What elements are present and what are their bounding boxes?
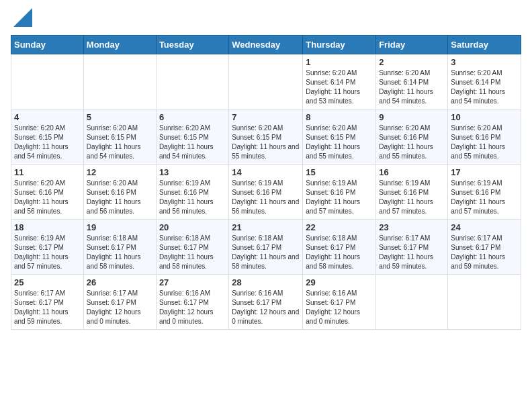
calendar-cell: 1Sunrise: 6:20 AMSunset: 6:14 PMDaylight… — [303, 54, 376, 109]
day-number: 1 — [306, 57, 373, 67]
calendar-cell: 2Sunrise: 6:20 AMSunset: 6:14 PMDaylight… — [376, 54, 448, 109]
day-number: 11 — [14, 167, 81, 177]
calendar-week-row: 11Sunrise: 6:20 AMSunset: 6:16 PMDayligh… — [11, 165, 521, 220]
day-info: Sunrise: 6:17 AMSunset: 6:17 PMDaylight:… — [379, 234, 445, 271]
calendar-table: SundayMondayTuesdayWednesdayThursdayFrid… — [11, 35, 521, 330]
day-info: Sunrise: 6:18 AMSunset: 6:17 PMDaylight:… — [306, 234, 373, 271]
calendar-cell: 11Sunrise: 6:20 AMSunset: 6:16 PMDayligh… — [11, 165, 84, 220]
svg-marker-0 — [13, 8, 32, 27]
column-header-monday: Monday — [83, 36, 156, 54]
calendar-cell — [11, 54, 84, 109]
column-header-tuesday: Tuesday — [156, 36, 228, 54]
calendar-cell: 6Sunrise: 6:20 AMSunset: 6:15 PMDaylight… — [156, 109, 228, 165]
day-number: 4 — [14, 112, 81, 122]
calendar-cell: 7Sunrise: 6:20 AMSunset: 6:15 PMDaylight… — [229, 109, 303, 165]
day-number: 19 — [87, 222, 153, 232]
calendar-cell: 16Sunrise: 6:19 AMSunset: 6:16 PMDayligh… — [376, 165, 448, 220]
logo — [11, 11, 32, 27]
day-info: Sunrise: 6:19 AMSunset: 6:16 PMDaylight:… — [159, 179, 226, 216]
calendar-week-row: 4Sunrise: 6:20 AMSunset: 6:15 PMDaylight… — [11, 109, 521, 165]
calendar-cell: 26Sunrise: 6:17 AMSunset: 6:17 PMDayligh… — [83, 275, 156, 330]
day-info: Sunrise: 6:17 AMSunset: 6:17 PMDaylight:… — [451, 234, 518, 271]
day-info: Sunrise: 6:19 AMSunset: 6:16 PMDaylight:… — [451, 179, 518, 216]
calendar-cell — [83, 54, 156, 109]
day-info: Sunrise: 6:16 AMSunset: 6:17 PMDaylight:… — [159, 289, 226, 326]
day-number: 26 — [87, 277, 153, 287]
day-info: Sunrise: 6:18 AMSunset: 6:17 PMDaylight:… — [159, 234, 226, 271]
page-header — [11, 11, 521, 27]
day-number: 25 — [14, 277, 81, 287]
day-info: Sunrise: 6:19 AMSunset: 6:17 PMDaylight:… — [14, 234, 81, 271]
day-info: Sunrise: 6:20 AMSunset: 6:14 PMDaylight:… — [451, 68, 518, 106]
day-info: Sunrise: 6:20 AMSunset: 6:14 PMDaylight:… — [306, 68, 373, 106]
calendar-header-row: SundayMondayTuesdayWednesdayThursdayFrid… — [11, 36, 521, 54]
day-number: 20 — [159, 222, 226, 232]
day-number: 12 — [87, 167, 153, 177]
day-info: Sunrise: 6:19 AMSunset: 6:16 PMDaylight:… — [306, 179, 373, 216]
column-header-sunday: Sunday — [11, 36, 84, 54]
day-number: 23 — [379, 222, 445, 232]
calendar-cell: 21Sunrise: 6:18 AMSunset: 6:17 PMDayligh… — [229, 220, 303, 275]
calendar-cell: 19Sunrise: 6:18 AMSunset: 6:17 PMDayligh… — [83, 220, 156, 275]
day-info: Sunrise: 6:20 AMSunset: 6:16 PMDaylight:… — [14, 179, 81, 216]
calendar-cell — [156, 54, 228, 109]
calendar-cell — [448, 275, 521, 330]
day-number: 15 — [306, 167, 373, 177]
column-header-friday: Friday — [376, 36, 448, 54]
calendar-cell: 24Sunrise: 6:17 AMSunset: 6:17 PMDayligh… — [448, 220, 521, 275]
day-info: Sunrise: 6:20 AMSunset: 6:16 PMDaylight:… — [87, 179, 153, 216]
day-info: Sunrise: 6:20 AMSunset: 6:15 PMDaylight:… — [159, 124, 226, 161]
day-info: Sunrise: 6:16 AMSunset: 6:17 PMDaylight:… — [232, 289, 300, 326]
calendar-week-row: 1Sunrise: 6:20 AMSunset: 6:14 PMDaylight… — [11, 54, 521, 109]
day-number: 22 — [306, 222, 373, 232]
column-header-saturday: Saturday — [448, 36, 521, 54]
day-info: Sunrise: 6:20 AMSunset: 6:15 PMDaylight:… — [232, 124, 300, 161]
day-info: Sunrise: 6:18 AMSunset: 6:17 PMDaylight:… — [232, 234, 300, 271]
day-number: 13 — [159, 167, 226, 177]
day-number: 2 — [379, 57, 445, 67]
calendar-cell: 18Sunrise: 6:19 AMSunset: 6:17 PMDayligh… — [11, 220, 84, 275]
calendar-cell: 13Sunrise: 6:19 AMSunset: 6:16 PMDayligh… — [156, 165, 228, 220]
calendar-cell: 3Sunrise: 6:20 AMSunset: 6:14 PMDaylight… — [448, 54, 521, 109]
day-number: 29 — [306, 277, 373, 287]
calendar-week-row: 18Sunrise: 6:19 AMSunset: 6:17 PMDayligh… — [11, 220, 521, 275]
day-number: 5 — [87, 112, 153, 122]
day-info: Sunrise: 6:20 AMSunset: 6:15 PMDaylight:… — [87, 124, 153, 161]
calendar-cell: 23Sunrise: 6:17 AMSunset: 6:17 PMDayligh… — [376, 220, 448, 275]
calendar-cell: 27Sunrise: 6:16 AMSunset: 6:17 PMDayligh… — [156, 275, 228, 330]
day-info: Sunrise: 6:16 AMSunset: 6:17 PMDaylight:… — [306, 289, 373, 326]
day-number: 3 — [451, 57, 518, 67]
day-number: 28 — [232, 277, 300, 287]
calendar-cell: 9Sunrise: 6:20 AMSunset: 6:16 PMDaylight… — [376, 109, 448, 165]
day-info: Sunrise: 6:18 AMSunset: 6:17 PMDaylight:… — [87, 234, 153, 271]
calendar-cell: 29Sunrise: 6:16 AMSunset: 6:17 PMDayligh… — [303, 275, 376, 330]
day-info: Sunrise: 6:20 AMSunset: 6:16 PMDaylight:… — [451, 124, 518, 161]
day-number: 7 — [232, 112, 300, 122]
day-info: Sunrise: 6:20 AMSunset: 6:16 PMDaylight:… — [379, 124, 445, 161]
calendar-cell: 5Sunrise: 6:20 AMSunset: 6:15 PMDaylight… — [83, 109, 156, 165]
calendar-cell: 4Sunrise: 6:20 AMSunset: 6:15 PMDaylight… — [11, 109, 84, 165]
day-number: 16 — [379, 167, 445, 177]
day-info: Sunrise: 6:20 AMSunset: 6:14 PMDaylight:… — [379, 68, 445, 106]
day-number: 27 — [159, 277, 226, 287]
day-info: Sunrise: 6:17 AMSunset: 6:17 PMDaylight:… — [87, 289, 153, 326]
column-header-wednesday: Wednesday — [229, 36, 303, 54]
day-number: 10 — [451, 112, 518, 122]
day-number: 14 — [232, 167, 300, 177]
calendar-cell — [376, 275, 448, 330]
calendar-cell: 20Sunrise: 6:18 AMSunset: 6:17 PMDayligh… — [156, 220, 228, 275]
day-info: Sunrise: 6:19 AMSunset: 6:16 PMDaylight:… — [379, 179, 445, 216]
logo-icon — [13, 8, 32, 27]
calendar-cell — [229, 54, 303, 109]
calendar-cell: 22Sunrise: 6:18 AMSunset: 6:17 PMDayligh… — [303, 220, 376, 275]
day-number: 8 — [306, 112, 373, 122]
day-number: 6 — [159, 112, 226, 122]
day-number: 9 — [379, 112, 445, 122]
calendar-cell: 8Sunrise: 6:20 AMSunset: 6:15 PMDaylight… — [303, 109, 376, 165]
calendar-cell: 10Sunrise: 6:20 AMSunset: 6:16 PMDayligh… — [448, 109, 521, 165]
calendar-cell: 15Sunrise: 6:19 AMSunset: 6:16 PMDayligh… — [303, 165, 376, 220]
day-info: Sunrise: 6:17 AMSunset: 6:17 PMDaylight:… — [14, 289, 81, 326]
day-number: 17 — [451, 167, 518, 177]
day-number: 21 — [232, 222, 300, 232]
calendar-cell: 17Sunrise: 6:19 AMSunset: 6:16 PMDayligh… — [448, 165, 521, 220]
